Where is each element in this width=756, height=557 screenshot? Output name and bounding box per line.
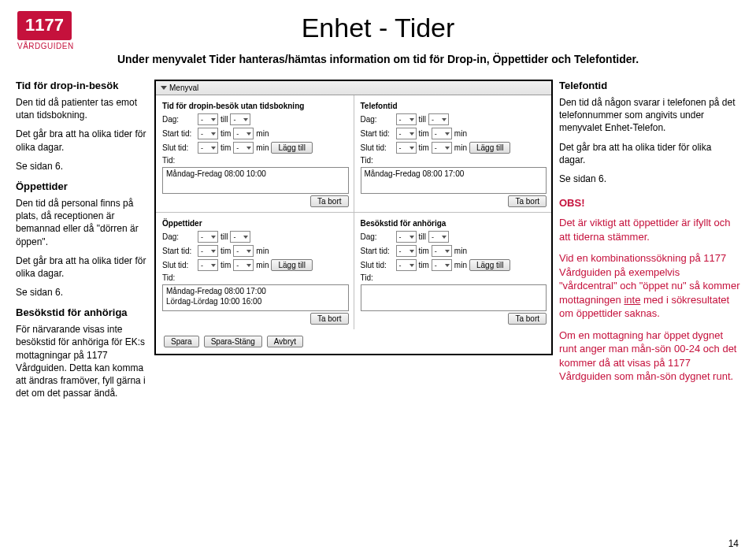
panel-dropin-title: Tid för dropin-besök utan tidsbokning xyxy=(162,102,349,110)
list-dropin[interactable]: Måndag-Fredag 08:00 10:00 xyxy=(162,167,349,194)
lbl-dag: Dag: xyxy=(162,115,195,124)
sel-dag-to[interactable]: - xyxy=(230,113,250,125)
sel-slut-h[interactable]: - xyxy=(396,142,417,154)
logo-brand: 1177 xyxy=(17,11,72,40)
sel-start-h[interactable]: - xyxy=(396,245,417,257)
dropin-p3: Se sidan 6. xyxy=(16,160,148,173)
panel-telefon-title: Telefontid xyxy=(361,102,547,110)
sel-dag-to[interactable]: - xyxy=(428,113,449,125)
open-p3: Se sidan 6. xyxy=(16,286,148,299)
menubar-label: Menyval xyxy=(169,84,198,92)
page-title: Enhet - Tider xyxy=(16,13,740,43)
dropin-p2: Det går bra att ha olika tider för olika… xyxy=(16,128,148,153)
btn-lagg-till[interactable]: Lägg till xyxy=(271,142,312,154)
tel-p2: Det går bra att ha olika tider för olika… xyxy=(559,141,740,166)
sel-dag-from[interactable]: - xyxy=(396,113,417,125)
obs-p3: Om en mottagning har öppet dygnet runt a… xyxy=(559,329,740,384)
sel-start-m[interactable]: - xyxy=(432,128,452,139)
h-dropin: Tid för drop-in-besök xyxy=(16,80,148,91)
h-rel: Besökstid för anhöriga xyxy=(16,306,148,318)
sel-start-m[interactable]: - xyxy=(233,245,254,257)
right-column: Telefontid Den tid då någon svarar i tel… xyxy=(559,80,740,406)
panel-open-title: Öppettider xyxy=(162,219,349,228)
sel-dag-to[interactable]: - xyxy=(428,231,449,243)
btn-spara-stang[interactable]: Spara-Stäng xyxy=(204,336,262,347)
open-p2: Det går bra att ha olika tider för olika… xyxy=(16,254,148,280)
sel-slut-m[interactable]: - xyxy=(233,142,254,154)
sel-start-m[interactable]: - xyxy=(233,128,254,139)
menubar[interactable]: Menyval xyxy=(156,81,551,95)
open-p1: Den tid då personal finns på plats, då r… xyxy=(16,197,148,248)
tel-p3: Se sidan 6. xyxy=(559,173,740,185)
sel-start-h[interactable]: - xyxy=(396,128,417,139)
sel-dag-from[interactable]: - xyxy=(396,231,417,243)
btn-avbryt[interactable]: Avbryt xyxy=(267,336,303,347)
sel-start-m[interactable]: - xyxy=(432,245,452,257)
lbl-start: Start tid: xyxy=(162,129,195,138)
h-open: Öppettider xyxy=(16,180,148,192)
h-telefon: Telefontid xyxy=(559,80,740,91)
lbl-till: till xyxy=(220,115,228,124)
list-open[interactable]: Måndag-Fredag 08:00 17:00 Lördag-Lördag … xyxy=(162,284,349,311)
obs-p2: Vid en kombinationssökning på 1177 Vårdg… xyxy=(559,251,740,321)
embedded-screenshot: Menyval Tid för dropin-besök utan tidsbo… xyxy=(154,80,553,355)
sel-start-h[interactable]: - xyxy=(198,245,218,257)
logo: 1177 VÅRDGUIDEN xyxy=(17,11,74,50)
sel-dag-from[interactable]: - xyxy=(198,113,218,125)
sel-dag-from[interactable]: - xyxy=(198,231,218,243)
panel-rel: Besökstid för anhöriga Dag:-till- Start … xyxy=(354,213,552,329)
obs-heading: OBS! xyxy=(559,196,740,211)
dropin-p1: Den tid då patienter tas emot utan tidsb… xyxy=(16,96,148,121)
lbl-tid: Tid: xyxy=(162,156,195,165)
left-column: Tid för drop-in-besök Den tid då patient… xyxy=(16,80,148,406)
btn-tabort[interactable]: Ta bort xyxy=(310,195,349,207)
sel-slut-h[interactable]: - xyxy=(198,259,218,271)
tel-p1: Den tid då någon svarar i telefonen på d… xyxy=(559,96,740,135)
panel-rel-title: Besökstid för anhöriga xyxy=(361,219,547,228)
page-number: 14 xyxy=(728,538,739,549)
panel-telefon: Telefontid Dag:-till- Start tid:-tim-min… xyxy=(354,95,552,212)
obs-block: OBS! Det är viktigt att öppettider är if… xyxy=(559,196,740,384)
sel-slut-m[interactable]: - xyxy=(432,142,452,154)
btn-spara[interactable]: Spara xyxy=(164,336,199,347)
btn-lagg-till[interactable]: Lägg till xyxy=(469,142,510,154)
chevron-down-icon xyxy=(161,86,167,90)
sel-slut-m[interactable]: - xyxy=(432,259,452,271)
list-rel[interactable] xyxy=(361,284,547,311)
rel-p1: För närvarande visas inte besökstid för … xyxy=(16,323,148,399)
panel-dropin: Tid för dropin-besök utan tidsbokning Da… xyxy=(156,95,354,212)
sel-slut-m[interactable]: - xyxy=(233,259,254,271)
btn-tabort[interactable]: Ta bort xyxy=(310,313,349,325)
lbl-slut: Slut tid: xyxy=(162,143,195,152)
page-intro: Under menyvalet Tider hanteras/hämtas in… xyxy=(16,53,740,65)
list-telefon[interactable]: Måndag-Fredag 08:00 17:00 xyxy=(361,167,547,194)
sel-slut-h[interactable]: - xyxy=(396,259,417,271)
btn-lagg-till[interactable]: Lägg till xyxy=(469,259,510,271)
sel-slut-h[interactable]: - xyxy=(198,142,218,154)
logo-sub: VÅRDGUIDEN xyxy=(17,42,74,50)
btn-lagg-till[interactable]: Lägg till xyxy=(271,259,312,271)
btn-tabort[interactable]: Ta bort xyxy=(508,195,547,207)
sel-dag-to[interactable]: - xyxy=(230,231,250,243)
sel-start-h[interactable]: - xyxy=(198,128,218,139)
panel-open: Öppettider Dag:-till- Start tid:-tim-min… xyxy=(156,213,354,329)
obs-p1: Det är viktigt att öppettider är ifyllt … xyxy=(559,216,740,243)
btn-tabort[interactable]: Ta bort xyxy=(508,313,547,325)
